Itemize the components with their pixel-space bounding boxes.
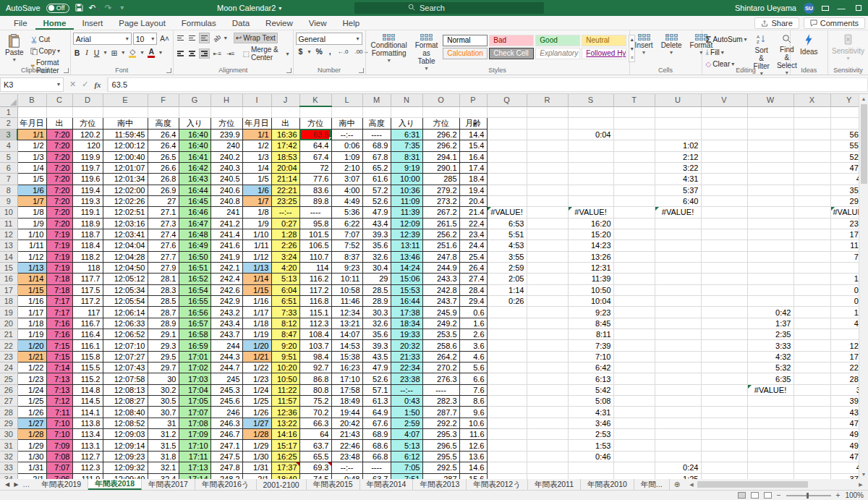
cell-X12[interactable] — [793, 229, 830, 240]
cell-S14[interactable]: 13:26 — [568, 251, 613, 262]
cell-K22[interactable]: 103.7 — [299, 340, 331, 351]
cell-H24[interactable]: 244.7 — [210, 363, 242, 373]
cell-Q14[interactable]: 3:55 — [487, 251, 527, 262]
cell-K19[interactable]: 115.1 — [299, 307, 331, 318]
align-top-icon[interactable] — [176, 33, 185, 43]
cell-T20[interactable] — [613, 318, 655, 329]
cell-S32[interactable]: 0:46 — [568, 451, 613, 462]
cell-C20[interactable]: 7:16 — [46, 318, 72, 329]
cell-W17[interactable] — [747, 284, 793, 295]
cell-style-bad[interactable]: Bad — [489, 35, 534, 46]
sheet-tab[interactable]: 年間表2016う — [195, 479, 257, 490]
cell-Q18[interactable]: 0:26 — [487, 296, 527, 307]
cell-N19[interactable]: 17:38 — [391, 307, 422, 318]
cell-M18[interactable]: 28.9 — [362, 296, 391, 307]
cell-H20[interactable]: 243.4 — [210, 318, 242, 329]
cell-V25[interactable] — [701, 373, 747, 384]
cell-E18[interactable]: 12:05:54 — [103, 296, 148, 307]
cell-K34[interactable]: 74.5 — [299, 473, 331, 479]
cell-P14[interactable]: 25.4 — [459, 251, 487, 262]
cell-W2[interactable] — [747, 117, 793, 129]
cell-W22[interactable]: 3:33 — [747, 340, 793, 351]
row-header-11[interactable]: 11 — [0, 218, 17, 229]
column-header-D[interactable]: D — [72, 94, 103, 106]
cell-R15[interactable] — [527, 262, 568, 273]
cell-P26[interactable]: 7.6 — [459, 384, 487, 395]
cell-B5[interactable]: 1/3 — [17, 151, 46, 162]
cell-L11[interactable]: 6:22 — [331, 218, 362, 229]
cell-H26[interactable]: 245.3 — [210, 384, 242, 395]
cell-T1[interactable] — [613, 106, 655, 117]
cell-D18[interactable]: 117.2 — [72, 296, 103, 307]
cell-style-neutral[interactable]: Neutral — [582, 35, 626, 46]
cell-V6[interactable] — [701, 162, 747, 173]
cell-H16[interactable]: 242.4 — [210, 274, 242, 284]
cell-T23[interactable] — [613, 351, 655, 362]
cell-L22[interactable]: 14:53 — [331, 340, 362, 351]
cell-M27[interactable]: 61.3 — [362, 396, 391, 407]
cell-B2[interactable]: 年月日 — [17, 117, 46, 129]
cell-H30[interactable]: 246.7 — [210, 429, 242, 440]
cell-I12[interactable]: 1/10 — [242, 229, 271, 240]
cell-G32[interactable]: 17:11 — [179, 451, 210, 462]
cell-P31[interactable]: 12.6 — [459, 440, 487, 451]
cell-Q13[interactable]: 4:53 — [487, 240, 527, 251]
cell-G2[interactable]: 入り — [179, 117, 210, 129]
insert-function-icon[interactable]: fx — [94, 80, 101, 89]
number-dialog-launcher[interactable] — [359, 68, 364, 73]
cell-Q27[interactable] — [487, 396, 527, 407]
cell-X34[interactable] — [793, 473, 830, 479]
cell-S7[interactable] — [568, 174, 613, 185]
cell-X27[interactable] — [793, 396, 830, 407]
ribbon-tab-home[interactable]: Home — [35, 17, 75, 30]
cell-J22[interactable]: 9:20 — [271, 340, 299, 351]
cell-O13[interactable]: 251.6 — [422, 240, 459, 251]
cell-F7[interactable]: 26.8 — [148, 174, 179, 185]
cell-S13[interactable]: 14:23 — [568, 240, 613, 251]
row-header-27[interactable]: 27 — [0, 396, 17, 407]
autosum-button[interactable]: Σ AutoSum ▾ — [705, 34, 749, 45]
cell-P34[interactable]: 15.6 — [459, 473, 487, 479]
cell-V29[interactable] — [701, 418, 747, 428]
cell-Q17[interactable]: 1:14 — [487, 284, 527, 295]
cell-P6[interactable]: 17.4 — [459, 162, 487, 173]
cell-W28[interactable] — [747, 407, 793, 418]
cell-I6[interactable]: 1/4 — [242, 162, 271, 173]
cell-U15[interactable] — [655, 262, 701, 273]
cell-Q22[interactable] — [487, 340, 527, 351]
cell-I22[interactable]: 1/20 — [242, 340, 271, 351]
cell-V28[interactable] — [701, 407, 747, 418]
cell-F18[interactable]: 28.5 — [148, 296, 179, 307]
sheet-tab[interactable]: 年間表2014 — [360, 479, 414, 490]
cell-B7[interactable]: 1/5 — [17, 174, 46, 185]
accounting-format-icon[interactable]: $ — [297, 46, 305, 56]
cell-G33[interactable]: 17:13 — [179, 462, 210, 473]
cell-O1[interactable] — [422, 106, 459, 117]
cell-F26[interactable]: 30.2 — [148, 384, 179, 395]
normal-view-icon[interactable] — [738, 492, 746, 499]
cell-style-explanatory-[interactable]: Explanatory ... — [535, 48, 580, 59]
cell-T8[interactable] — [613, 185, 655, 195]
scroll-right-icon[interactable]: ▶ — [856, 482, 865, 488]
cell-S8[interactable] — [568, 185, 613, 195]
cell-F27[interactable]: 30.5 — [148, 396, 179, 407]
cell-H17[interactable]: 242.6 — [210, 284, 242, 295]
cell-U26[interactable] — [655, 384, 701, 395]
row-header-20[interactable]: 20 — [0, 318, 17, 329]
cell-V7[interactable] — [701, 174, 747, 185]
cell-O5[interactable]: 294.1 — [422, 151, 459, 162]
cell-D34[interactable]: 111.9 — [72, 473, 103, 479]
bold-icon[interactable]: B — [73, 48, 82, 58]
cell-P10[interactable]: 21.4 — [459, 207, 487, 218]
delete-cells-button[interactable]: Delete▾ — [658, 33, 685, 65]
cell-S30[interactable]: 2:53 — [568, 429, 613, 440]
cell-K26[interactable]: 80.8 — [299, 384, 331, 395]
cell-L2[interactable]: 南中 — [331, 117, 362, 129]
cell-L31[interactable]: 22:46 — [331, 440, 362, 451]
cell-U27[interactable] — [655, 396, 701, 407]
cell-P4[interactable]: 15.4 — [459, 140, 487, 151]
cell-J19[interactable]: 7:33 — [271, 307, 299, 318]
cell-K5[interactable]: 67.4 — [299, 151, 331, 162]
cell-W31[interactable] — [747, 440, 793, 451]
ribbon-tab-page-layout[interactable]: Page Layout — [111, 17, 174, 30]
